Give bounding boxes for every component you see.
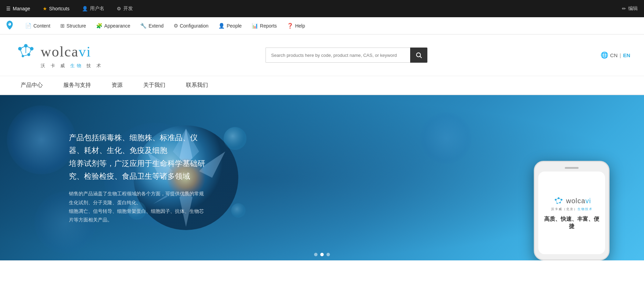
site-nav-contact[interactable]: 联系我们 <box>186 76 208 94</box>
star-icon: ★ <box>43 6 47 11</box>
nav-appearance-label: Appearance <box>104 23 131 29</box>
svg-point-1 <box>9 23 10 24</box>
phone-frame: wolcavi 沃卡威（北京）生物技术 高质、快速、丰富、便捷 <box>534 161 610 260</box>
lang-cn-button[interactable]: CN <box>610 52 618 58</box>
nav-configuration[interactable]: ⚙ Configuration <box>169 21 212 31</box>
site-nav-about[interactable]: 关于我们 <box>143 76 165 94</box>
shortcuts-label: Shortcuts <box>49 6 70 11</box>
admin-bar-left: ☰ Manage ★ Shortcuts 👤 用户名 ⚙ 开发 <box>3 4 136 13</box>
user-label: 用户名 <box>90 6 104 12</box>
people-icon: 👤 <box>218 23 225 29</box>
site-nav-service[interactable]: 服务与支持 <box>63 76 91 94</box>
nav-extend-label: Extend <box>148 23 164 29</box>
wolcavi-icon <box>14 41 38 62</box>
nav-structure-label: Structure <box>66 23 86 29</box>
edit-label: 编辑 <box>628 6 638 12</box>
nav-help-label: Help <box>295 23 305 29</box>
nav-extend[interactable]: 🔧 Extend <box>136 21 168 31</box>
carousel-dot-3[interactable] <box>326 253 330 256</box>
hero-title: 产品包括病毒株、细胞株、标准品、仪器、耗材、生化、免疫及细胞 培养试剂等，广泛应… <box>69 131 207 183</box>
nav-people-label: People <box>227 23 242 29</box>
configuration-icon: ⚙ <box>174 23 178 29</box>
phone-tagline: 高质、快速、丰富、便捷 <box>543 216 600 230</box>
nav-content[interactable]: 📄 Content <box>21 21 54 31</box>
phone-mockup: wolcavi 沃卡威（北京）生物技术 高质、快速、丰富、便捷 <box>527 161 616 260</box>
gear-icon: ⚙ <box>117 6 121 11</box>
user-menu[interactable]: 👤 用户名 <box>79 4 107 13</box>
svg-line-33 <box>555 199 557 203</box>
phone-logo-text: wolcavi <box>552 196 591 206</box>
language-selector: 🌐 CN | EN <box>601 51 630 59</box>
nav-reports-label: Reports <box>260 23 277 29</box>
hamburger-icon: ☰ <box>6 6 11 11</box>
nav-appearance[interactable]: 🧩 Appearance <box>92 21 135 31</box>
content-icon: 📄 <box>25 23 32 29</box>
nav-content-label: Content <box>33 23 50 29</box>
site-nav: 产品中心 服务与支持 资源 关于我们 联系我们 <box>0 76 644 95</box>
site-nav-resources[interactable]: 资源 <box>112 76 123 94</box>
manage-button[interactable]: ☰ Manage <box>3 4 33 13</box>
carousel-dot-1[interactable] <box>314 253 318 256</box>
edit-button[interactable]: ✏ 编辑 <box>619 4 641 13</box>
search-icon <box>415 52 422 59</box>
logo-area: wolcavi 沃 卡 威 生物 技 术 <box>14 41 103 69</box>
carousel-dot-2[interactable] <box>320 253 324 256</box>
hero-description: 销售的产品涵盖了生物工程领域的各个方面，可提供优质的常规生化试剂、分子克隆、蛋白… <box>69 189 207 224</box>
hero-content: 产品包括病毒株、细胞株、标准品、仪器、耗材、生化、免疫及细胞 培养试剂等，广泛应… <box>0 131 207 224</box>
phone-wolcavi-icon <box>552 196 565 206</box>
admin-bar-right: ✏ 编辑 <box>619 4 641 13</box>
appearance-icon: 🧩 <box>96 23 103 29</box>
phone-logo-name: wolcavi <box>566 197 591 205</box>
config-menu[interactable]: ⚙ 开发 <box>114 4 136 13</box>
search-input[interactable] <box>266 48 410 63</box>
svg-point-23 <box>224 127 247 150</box>
nav-structure[interactable]: ⊞ Structure <box>56 21 90 31</box>
edit-icon: ✏ <box>622 6 626 11</box>
svg-point-25 <box>231 203 246 218</box>
svg-line-9 <box>20 49 23 56</box>
svg-line-14 <box>420 56 422 58</box>
nav-people[interactable]: 👤 People <box>214 21 246 31</box>
phone-notch <box>565 167 579 169</box>
nav-configuration-label: Configuration <box>180 23 208 29</box>
help-icon: ❓ <box>287 23 293 29</box>
globe-icon: 🌐 <box>601 51 608 59</box>
logo-subtitle: 沃 卡 威 生物 技 术 <box>14 63 103 69</box>
admin-bar: ☰ Manage ★ Shortcuts 👤 用户名 ⚙ 开发 ✏ 编辑 <box>0 0 644 17</box>
hero-banner: 产品包括病毒株、细胞株、标准品、仪器、耗材、生化、免疫及细胞 培养试剂等，广泛应… <box>0 95 644 260</box>
bubble-4 <box>420 112 472 164</box>
site-nav-products[interactable]: 产品中心 <box>21 76 43 94</box>
svg-point-0 <box>8 23 11 25</box>
lang-separator: | <box>620 52 621 58</box>
nav-reports[interactable]: 📊 Reports <box>248 21 281 31</box>
drupal-nav: 📄 Content ⊞ Structure 🧩 Appearance 🔧 Ext… <box>0 17 644 34</box>
lang-en-button[interactable]: EN <box>623 52 630 58</box>
manage-label: Manage <box>13 6 30 11</box>
search-area <box>266 48 438 63</box>
carousel-dots <box>314 253 330 256</box>
shortcuts-button[interactable]: ★ Shortcuts <box>40 4 72 13</box>
logo-name: wolcavi <box>41 43 91 60</box>
user-icon: 👤 <box>82 6 88 11</box>
drupal-logo <box>3 20 16 32</box>
config-label: 开发 <box>123 6 133 12</box>
nav-help[interactable]: ❓ Help <box>283 21 309 31</box>
phone-logo: wolcavi 沃卡威（北京）生物技术 <box>551 196 593 211</box>
structure-icon: ⊞ <box>60 23 65 29</box>
reports-icon: 📊 <box>252 23 258 29</box>
site-header: wolcavi 沃 卡 威 生物 技 术 🌐 CN | EN <box>0 34 644 76</box>
phone-subtitle: 沃卡威（北京）生物技术 <box>551 207 593 211</box>
extend-icon: 🔧 <box>140 23 147 29</box>
svg-point-13 <box>417 53 421 57</box>
phone-screen: wolcavi 沃卡威（北京）生物技术 高质、快速、丰富、便捷 <box>538 172 605 254</box>
search-button[interactable] <box>410 48 427 63</box>
logo[interactable]: wolcavi <box>14 41 91 62</box>
